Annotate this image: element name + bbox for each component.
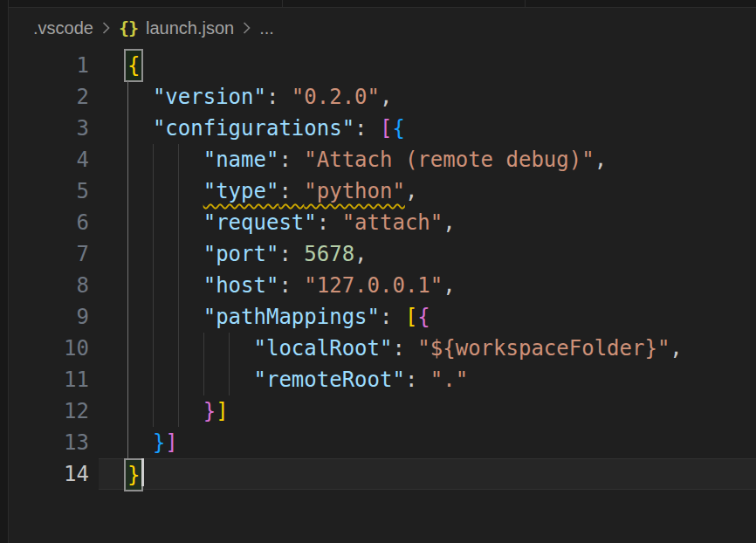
code-line-14[interactable]: 14} bbox=[9, 458, 756, 490]
code-token: "localRoot" bbox=[253, 336, 392, 361]
line-number-10[interactable]: 10 bbox=[9, 333, 89, 364]
line-number-11[interactable]: 11 bbox=[9, 364, 89, 395]
code-token: "127.0.0.1" bbox=[304, 273, 443, 298]
code-token: : bbox=[278, 148, 304, 172]
code-line-8[interactable]: 8"host": "127.0.0.1", bbox=[9, 270, 756, 301]
code-token: : bbox=[405, 368, 430, 392]
code-token: ] bbox=[216, 399, 228, 423]
code-token: , bbox=[443, 273, 455, 298]
matched-bracket: { bbox=[125, 50, 142, 81]
code-token: "0.2.0" bbox=[292, 85, 380, 109]
code-line-3[interactable]: 3"configurations": [{ bbox=[9, 113, 756, 144]
code-token: "configurations" bbox=[153, 116, 354, 141]
vscode-window: .vscode {} launch.json ... 1{2"version":… bbox=[0, 0, 756, 543]
code-text: "remoteRoot": "." bbox=[127, 364, 468, 395]
code-text: }] bbox=[127, 427, 178, 458]
code-line-10[interactable]: 10"localRoot": "${workspaceFolder}", bbox=[9, 333, 756, 364]
matched-bracket: } bbox=[125, 459, 142, 491]
code-text: "host": "127.0.0.1", bbox=[127, 270, 456, 301]
tab-bar-strip bbox=[9, 0, 756, 8]
code-text: "pathMappings": [{ bbox=[127, 301, 430, 333]
code-token: "." bbox=[430, 368, 468, 392]
breadcrumb: .vscode {} launch.json ... bbox=[9, 10, 274, 45]
code-token: "request" bbox=[203, 210, 317, 235]
line-number-14[interactable]: 14 bbox=[9, 458, 89, 490]
warning-squiggle-token: "python" bbox=[304, 179, 405, 203]
code-line-12[interactable]: 12}] bbox=[9, 395, 756, 427]
text-cursor bbox=[141, 458, 144, 486]
code-token: "name" bbox=[203, 148, 279, 172]
code-token: , bbox=[594, 148, 607, 172]
code-text: { bbox=[127, 50, 140, 81]
code-line-2[interactable]: 2"version": "0.2.0", bbox=[9, 81, 756, 113]
code-editor[interactable]: 1{2"version": "0.2.0",3"configurations":… bbox=[9, 50, 756, 490]
code-token: : bbox=[380, 305, 405, 329]
line-number-2[interactable]: 2 bbox=[9, 81, 89, 113]
code-token: [ bbox=[405, 305, 417, 329]
code-text: } bbox=[127, 458, 144, 491]
code-line-6[interactable]: 6"request": "attach", bbox=[9, 207, 756, 238]
code-text: }] bbox=[127, 395, 229, 427]
tab-divider bbox=[525, 0, 526, 7]
code-text: "name": "Attach (remote debug)", bbox=[127, 144, 607, 175]
line-number-6[interactable]: 6 bbox=[9, 207, 89, 238]
line-number-7[interactable]: 7 bbox=[9, 238, 89, 270]
code-token: , bbox=[405, 179, 417, 203]
code-token: { bbox=[392, 116, 404, 141]
code-token: , bbox=[670, 336, 682, 361]
code-token: "port" bbox=[203, 242, 279, 266]
code-token: : bbox=[278, 242, 304, 266]
code-token: "attach" bbox=[342, 210, 443, 235]
code-token: "version" bbox=[153, 85, 266, 109]
line-number-12[interactable]: 12 bbox=[9, 395, 89, 427]
code-token: "Attach (remote debug)" bbox=[304, 148, 594, 172]
breadcrumb-file[interactable]: launch.json bbox=[146, 18, 234, 38]
code-text: "request": "attach", bbox=[127, 207, 456, 238]
code-line-9[interactable]: 9"pathMappings": [{ bbox=[9, 301, 756, 333]
tab-divider bbox=[282, 0, 283, 7]
code-token: : bbox=[392, 336, 417, 361]
code-line-4[interactable]: 4"name": "Attach (remote debug)", bbox=[9, 144, 756, 175]
code-line-11[interactable]: 11"remoteRoot": "." bbox=[9, 364, 756, 395]
line-number-8[interactable]: 8 bbox=[9, 270, 89, 301]
code-token: [ bbox=[380, 116, 392, 141]
line-number-9[interactable]: 9 bbox=[9, 301, 89, 333]
current-line-highlight bbox=[99, 458, 756, 490]
code-token: , bbox=[443, 210, 455, 235]
breadcrumb-symbol[interactable]: ... bbox=[259, 18, 274, 38]
code-token: "${workspaceFolder}" bbox=[417, 336, 670, 361]
code-text: "version": "0.2.0", bbox=[127, 81, 392, 113]
line-number-3[interactable]: 3 bbox=[9, 113, 89, 144]
chevron-right-icon bbox=[101, 20, 111, 36]
code-token: 5678 bbox=[304, 242, 354, 266]
code-token: , bbox=[354, 242, 367, 266]
code-text: "localRoot": "${workspaceFolder}", bbox=[127, 333, 683, 364]
code-line-5[interactable]: 5"type": "python", bbox=[9, 175, 756, 207]
code-line-7[interactable]: 7"port": 5678, bbox=[9, 238, 756, 270]
code-token: "host" bbox=[203, 273, 279, 298]
code-token: } bbox=[203, 399, 216, 423]
code-token: : bbox=[266, 85, 292, 109]
code-token: } bbox=[153, 430, 165, 455]
chevron-right-icon bbox=[242, 20, 251, 36]
code-token: , bbox=[380, 85, 392, 109]
warning-squiggle-token: : bbox=[278, 179, 304, 203]
code-token: ] bbox=[165, 430, 177, 455]
code-text: "configurations": [{ bbox=[127, 113, 405, 144]
line-number-5[interactable]: 5 bbox=[9, 175, 89, 207]
sidebar-edge bbox=[0, 0, 9, 543]
code-line-1[interactable]: 1{ bbox=[9, 50, 756, 81]
breadcrumb-folder[interactable]: .vscode bbox=[33, 18, 93, 38]
line-number-4[interactable]: 4 bbox=[9, 144, 89, 175]
code-token: { bbox=[417, 305, 430, 329]
code-token: : bbox=[278, 273, 304, 298]
json-braces-icon: {} bbox=[119, 17, 138, 38]
code-token: "pathMappings" bbox=[203, 305, 380, 329]
code-token: : bbox=[317, 210, 342, 235]
line-number-13[interactable]: 13 bbox=[9, 427, 89, 458]
code-line-13[interactable]: 13}] bbox=[9, 427, 756, 458]
code-text: "type": "python", bbox=[127, 175, 417, 207]
code-token: : bbox=[354, 116, 380, 141]
code-token: "remoteRoot" bbox=[253, 368, 404, 392]
line-number-1[interactable]: 1 bbox=[9, 50, 89, 81]
